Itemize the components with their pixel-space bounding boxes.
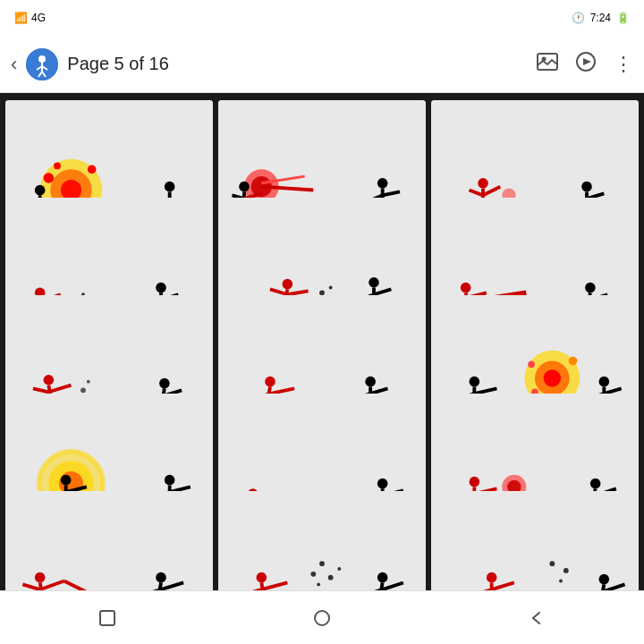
svg-point-16 [44, 173, 55, 183]
clock-icon: 🕐 [572, 12, 585, 24]
svg-point-122 [80, 388, 86, 394]
header-icons: ⋮ [537, 52, 633, 77]
frames-grid [5, 100, 639, 583]
svg-point-159 [599, 377, 610, 387]
time-display: 7:24 [590, 12, 611, 24]
back-button[interactable]: ‹ [11, 53, 17, 76]
svg-point-52 [478, 178, 488, 189]
svg-point-219 [35, 572, 46, 583]
svg-point-116 [44, 375, 55, 386]
play-icon[interactable] [576, 52, 596, 77]
svg-point-205 [470, 476, 480, 487]
svg-point-77 [156, 283, 166, 293]
svg-point-195 [377, 478, 388, 488]
svg-point-238 [337, 567, 341, 571]
svg-point-150 [528, 361, 535, 369]
status-bar: 📶 4G 🕐 7:24 🔋 [0, 0, 644, 36]
svg-point-256 [487, 572, 497, 583]
svg-point-262 [599, 574, 610, 585]
menu-icon[interactable]: ⋮ [614, 53, 633, 76]
svg-point-98 [329, 286, 333, 290]
square-nav-button[interactable] [89, 600, 125, 636]
avatar [26, 48, 58, 80]
frame-15[interactable] [431, 491, 639, 590]
gallery-icon[interactable] [537, 53, 558, 76]
svg-point-269 [315, 611, 329, 625]
battery-icon: 🔋 [616, 12, 630, 24]
svg-point-171 [61, 474, 72, 485]
network-icon: 📶 [14, 12, 28, 24]
status-left: 📶 4G [14, 12, 46, 24]
svg-point-1 [38, 55, 46, 63]
svg-point-43 [377, 178, 388, 189]
svg-rect-232 [218, 491, 426, 590]
svg-point-102 [461, 283, 471, 293]
signal-text: 4G [31, 12, 46, 24]
content-area [0, 93, 644, 590]
svg-point-239 [257, 572, 267, 583]
svg-point-18 [88, 165, 97, 174]
page-title: Page 5 of 16 [67, 54, 528, 74]
header: ‹ Page 5 of 16 ⋮ [0, 36, 644, 93]
svg-point-177 [165, 474, 175, 485]
svg-point-151 [569, 357, 578, 366]
svg-point-211 [590, 478, 601, 488]
svg-point-91 [369, 277, 379, 288]
svg-point-153 [470, 377, 480, 387]
svg-marker-10 [583, 58, 591, 65]
home-nav-button[interactable] [304, 600, 340, 636]
svg-point-235 [319, 561, 325, 566]
status-right: 🕐 7:24 🔋 [572, 12, 630, 24]
svg-point-25 [165, 182, 175, 192]
svg-rect-268 [100, 611, 114, 625]
bottom-nav [0, 590, 644, 644]
svg-point-253 [549, 561, 555, 566]
svg-point-133 [265, 377, 275, 387]
svg-point-149 [544, 370, 561, 387]
svg-point-108 [585, 283, 596, 293]
svg-point-255 [559, 579, 563, 582]
svg-point-19 [35, 185, 46, 196]
svg-point-124 [87, 380, 90, 384]
back-nav-button[interactable] [519, 600, 555, 636]
svg-point-237 [317, 582, 320, 586]
svg-point-234 [310, 572, 316, 577]
svg-point-245 [377, 572, 388, 583]
frame-14[interactable] [218, 491, 426, 590]
svg-point-37 [239, 182, 250, 192]
svg-point-125 [159, 378, 170, 389]
frame-13[interactable] [5, 491, 213, 590]
svg-point-85 [283, 279, 293, 290]
svg-point-226 [156, 572, 166, 583]
svg-point-254 [564, 568, 569, 573]
svg-point-236 [328, 575, 334, 580]
svg-point-139 [365, 377, 376, 387]
svg-point-17 [54, 163, 61, 170]
svg-point-59 [581, 182, 592, 192]
